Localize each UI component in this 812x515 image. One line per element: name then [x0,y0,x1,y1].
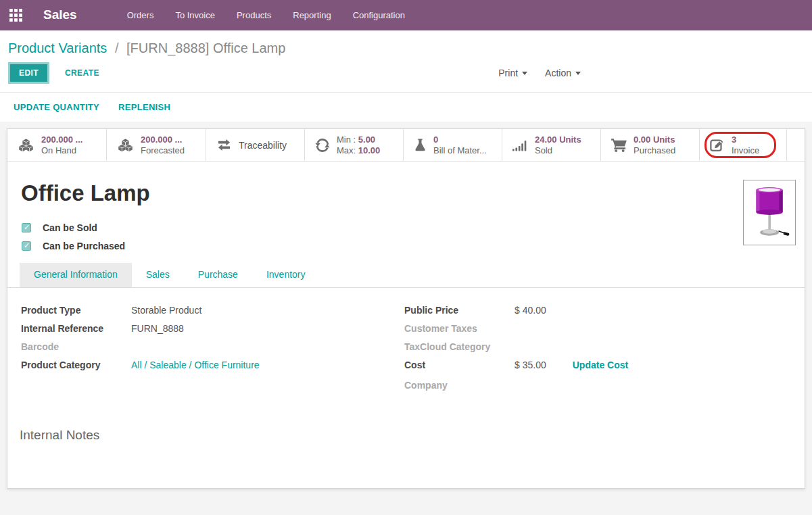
control-panel: Product Variants / [FURN_8888] Office La… [0,30,812,92]
can-be-purchased-checkbox[interactable] [22,241,31,251]
edit-button[interactable]: EDIT [8,62,49,84]
purchased-label: Purchased [634,145,675,156]
field-column-left: Product Type Storable Product Internal R… [21,305,404,398]
field-public-price: Public Price $ 40.00 [404,305,783,323]
action-dropdown[interactable]: Action [545,68,581,78]
menu-products[interactable]: Products [229,5,279,26]
forecasted-value: 200.000 ... [141,134,185,145]
edit-square-icon [710,138,725,153]
action-label: Action [545,68,571,78]
apps-grid-icon[interactable] [0,0,31,30]
sold-label: Sold [535,145,581,156]
top-navbar: Sales Orders To Invoice Products Reporti… [0,0,812,30]
stat-button-reordering-rules[interactable]: Min : 5.00 Max: 10.00 [305,129,404,161]
invoice-value: 3 [732,134,759,145]
tab-purchase[interactable]: Purchase [184,263,252,287]
can-be-sold-checkbox[interactable] [22,223,31,232]
traceability-label: Traceability [239,140,287,151]
cost-label: Cost [404,360,515,370]
can-be-purchased-label: Can be Purchased [43,241,125,251]
update-cost-button[interactable]: Update Cost [573,360,628,370]
internal-notes-heading: Internal Notes [20,428,99,443]
sheet-body: Office Lamp Can be Sold Can be Purchased [7,162,805,489]
sold-value: 24.00 Units [535,134,581,145]
max-label: Max: [337,145,356,155]
stat-button-sold[interactable]: 24.00 Units Sold [502,129,601,161]
cubes-icon [18,138,34,153]
button-row: EDIT CREATE Print Action [0,62,812,84]
cart-icon [611,138,627,152]
print-label: Print [498,68,518,78]
field-company: Company [404,380,783,398]
min-value: 5.00 [358,134,375,145]
menu-reporting[interactable]: Reporting [285,5,339,26]
product-type-label: Product Type [21,305,131,316]
field-cost: Cost $ 35.00 Update Cost [404,360,783,379]
barcode-label: Barcode [21,341,131,352]
on-hand-label: On Hand [41,145,82,156]
tab-general-information[interactable]: General Information [20,263,132,287]
field-customer-taxes: Customer Taxes [404,323,783,341]
menu-to-invoice[interactable]: To Invoice [167,5,223,26]
bom-value: 0 [433,134,487,145]
field-product-category: Product Category All / Saleable / Office… [21,360,404,378]
product-category-label: Product Category [21,360,131,370]
company-label: Company [404,380,515,391]
field-grid: Product Type Storable Product Internal R… [21,305,798,398]
stat-button-row: 200.000 ... On Hand 200.000 ... Forecast… [7,129,805,162]
field-taxcloud-category: TaxCloud Category [404,341,783,360]
breadcrumb-parent[interactable]: Product Variants [8,41,107,55]
breadcrumb-current: [FURN_8888] Office Lamp [126,41,285,55]
breadcrumb: Product Variants / [FURN_8888] Office La… [0,30,812,56]
field-barcode: Barcode [21,341,404,360]
flask-icon [414,137,427,153]
replenish-button[interactable]: REPLENISH [118,102,170,112]
odoo-sales-screen: Sales Orders To Invoice Products Reporti… [0,0,812,515]
stat-button-purchased[interactable]: 0.00 Units Purchased [601,129,700,161]
on-hand-value: 200.000 ... [41,134,82,145]
forecasted-label: Forecasted [141,145,185,156]
breadcrumb-separator: / [111,41,123,55]
tab-sales[interactable]: Sales [132,263,184,287]
taxcloud-category-label: TaxCloud Category [404,341,515,352]
customer-taxes-label: Customer Taxes [404,323,515,334]
menu-configuration[interactable]: Configuration [345,5,413,26]
statusbar: UPDATE QUANTITY REPLENISH [0,92,812,122]
internal-reference-label: Internal Reference [21,323,131,334]
max-value: 10.00 [358,145,381,155]
notebook-tabs: General Information Sales Purchase Inven… [7,263,805,288]
product-image [743,180,796,245]
can-be-sold-row: Can be Sold [22,221,97,235]
caret-down-icon [575,72,581,75]
lamp-illustration [748,186,791,240]
print-dropdown[interactable]: Print [498,68,527,78]
stat-button-forecasted[interactable]: 200.000 ... Forecasted [107,129,206,161]
main-menu: Orders To Invoice Products Reporting Con… [119,5,413,26]
field-column-right: Public Price $ 40.00 Customer Taxes TaxC… [404,305,783,398]
cost-value: $ 35.00 [515,360,546,370]
field-product-type: Product Type Storable Product [21,305,404,323]
caret-down-icon [522,72,527,75]
form-sheet: 200.000 ... On Hand 200.000 ... Forecast… [7,128,805,489]
public-price-label: Public Price [404,305,515,316]
min-label: Min : [337,134,356,145]
bar-chart-icon [512,139,528,151]
public-price-value: $ 40.00 [515,305,546,316]
purchased-value: 0.00 Units [634,134,675,145]
tab-inventory[interactable]: Inventory [252,263,320,287]
can-be-purchased-row: Can be Purchased [22,239,125,253]
bom-label: Bill of Mater... [433,145,487,156]
menu-orders[interactable]: Orders [119,5,162,26]
cubes-icon [117,138,134,153]
create-button[interactable]: CREATE [59,64,105,82]
stat-button-traceability[interactable]: Traceability [206,129,305,161]
stat-button-bill-of-materials[interactable]: 0 Bill of Mater... [404,129,502,161]
app-name[interactable]: Sales [43,7,77,22]
update-quantity-button[interactable]: UPDATE QUANTITY [14,102,99,112]
can-be-sold-label: Can be Sold [43,222,97,233]
internal-reference-value: FURN_8888 [131,323,184,334]
stat-button-invoice[interactable]: 3 Invoice [700,129,787,161]
product-title: Office Lamp [21,180,150,206]
product-category-value[interactable]: All / Saleable / Office Furniture [131,360,260,370]
stat-button-on-hand[interactable]: 200.000 ... On Hand [7,129,107,161]
